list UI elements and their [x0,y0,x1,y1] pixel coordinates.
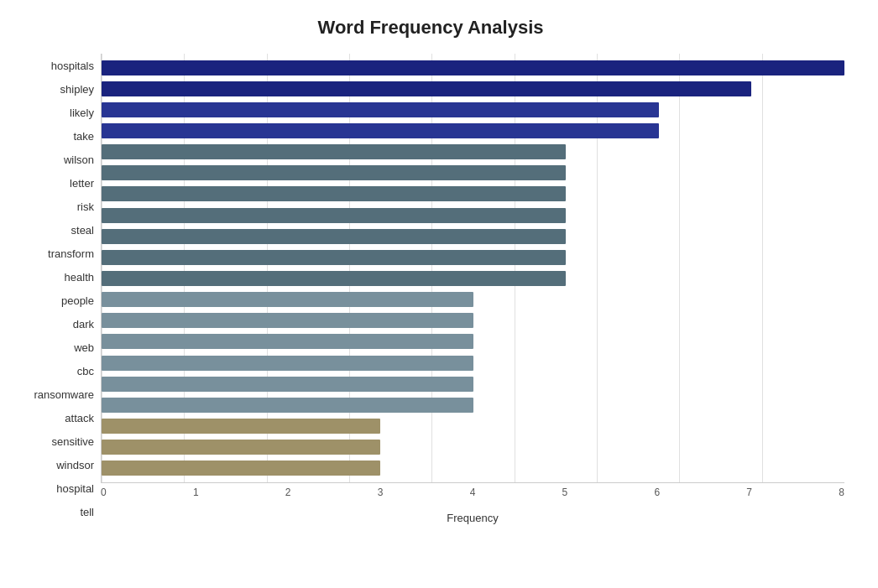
y-label-transform: transform [48,243,94,263]
bar-row-hospital [102,438,844,456]
y-label-likely: likely [70,102,94,122]
y-label-health: health [65,267,94,287]
bar-row-letter [102,164,844,182]
y-label-sensitive: sensitive [51,432,94,452]
bar-attack [102,377,473,392]
y-label-wilson: wilson [64,149,94,169]
chart-area: hospitalsshipleylikelytakewilsonletterri… [17,54,844,524]
y-axis: hospitalsshipleylikelytakewilsonletterri… [17,54,101,524]
bar-hospital [102,440,380,455]
bar-row-ransomware [102,354,844,372]
bar-health [102,250,566,265]
y-label-dark: dark [73,315,94,335]
bars-and-xaxis: 012345678 Frequency [101,54,844,524]
bar-row-tell [102,459,844,477]
y-label-letter: letter [70,173,94,193]
bar-people [102,271,566,286]
bar-row-windsor [102,417,844,435]
x-tick-8: 8 [839,487,844,508]
bar-row-cbc [102,332,844,351]
x-tick-4: 4 [470,487,476,508]
x-tick-5: 5 [562,487,568,508]
bar-windsor [102,419,380,434]
bar-row-dark [102,290,844,309]
x-tick-3: 3 [378,487,384,508]
x-tick-6: 6 [654,487,660,508]
bar-letter [102,165,566,180]
bar-row-people [102,269,844,288]
x-tick-1: 1 [193,487,199,508]
bar-ransomware [102,356,473,371]
y-label-tell: tell [80,502,94,523]
x-axis-label: Frequency [101,512,844,524]
bar-row-sensitive [102,396,844,414]
bar-row-web [102,311,844,330]
bar-row-likely [102,101,844,119]
y-label-shipley: shipley [60,79,94,99]
bar-dark [102,292,473,307]
bar-tell [102,461,380,476]
y-label-ransomware: ransomware [34,385,94,405]
bar-row-transform [102,227,844,246]
y-label-web: web [74,338,94,358]
bar-take [102,123,659,138]
bar-row-wilson [102,143,844,161]
bar-row-health [102,248,844,267]
bar-row-take [102,122,844,140]
bar-likely [102,102,659,117]
x-tick-7: 7 [746,487,752,508]
y-label-attack: attack [65,408,94,429]
bars-area [101,54,844,483]
y-label-cbc: cbc [77,362,94,382]
chart-title: Word Frequency Analysis [17,17,844,39]
x-axis: 012345678 [101,483,844,508]
bar-hospitals [102,60,844,75]
bar-steal [102,208,566,223]
bar-shipley [102,81,751,96]
bar-risk [102,186,566,201]
bar-row-risk [102,185,844,203]
bar-row-steal [102,206,844,225]
y-label-hospital: hospital [56,479,94,499]
bar-transform [102,229,566,244]
bar-row-shipley [102,80,844,98]
y-label-steal: steal [71,220,94,240]
x-tick-0: 0 [101,487,107,508]
bar-row-hospitals [102,59,844,77]
y-label-take: take [73,126,94,146]
bars-rows [102,54,844,482]
y-label-hospitals: hospitals [51,55,94,75]
x-tick-2: 2 [285,487,291,508]
bar-web [102,313,473,328]
y-label-people: people [61,290,94,310]
bar-wilson [102,144,566,159]
bar-sensitive [102,398,473,413]
y-label-windsor: windsor [56,455,94,476]
bar-cbc [102,334,473,349]
chart-container: Word Frequency Analysis hospitalsshipley… [0,0,878,588]
bar-row-attack [102,375,844,393]
y-label-risk: risk [77,196,94,216]
